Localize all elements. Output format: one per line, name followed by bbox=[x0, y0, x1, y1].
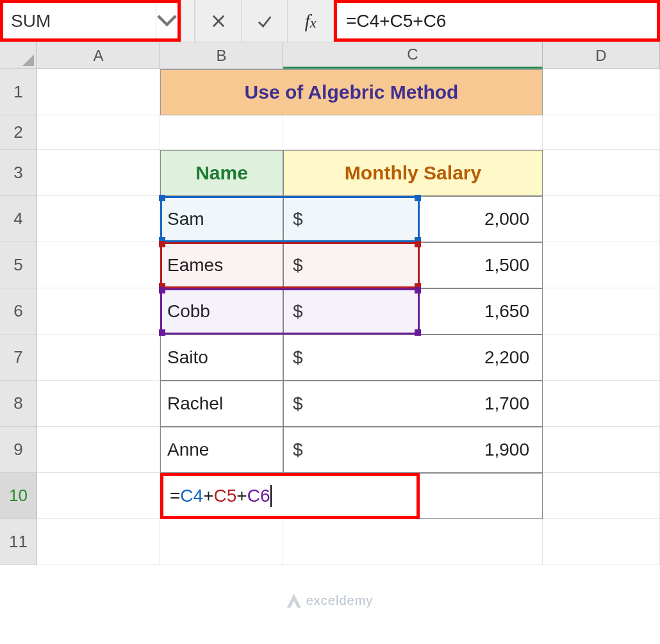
row-header-8[interactable]: 8 bbox=[0, 381, 37, 427]
formula-input[interactable]: =C4+C5+C6 bbox=[346, 11, 446, 31]
row-8: Rachel $1,700 bbox=[37, 381, 660, 427]
currency-symbol: $ bbox=[293, 440, 303, 460]
cell-d6[interactable] bbox=[543, 288, 660, 334]
cell-d9[interactable] bbox=[543, 427, 660, 473]
name-box[interactable]: SUM bbox=[3, 3, 156, 38]
row-headers: 1 2 3 4 5 6 7 8 9 10 11 bbox=[0, 69, 37, 565]
editing-cell-c10[interactable]: =C4+C5+C6 bbox=[160, 473, 420, 519]
cell-a8[interactable] bbox=[37, 381, 160, 427]
cell-name-0[interactable]: Sam bbox=[160, 196, 283, 242]
row-header-4[interactable]: 4 bbox=[0, 196, 37, 242]
cell-name-3[interactable]: Saito bbox=[160, 334, 283, 381]
enter-button[interactable] bbox=[241, 0, 287, 42]
cell-d4[interactable] bbox=[543, 196, 660, 242]
select-all-triangle[interactable] bbox=[0, 42, 37, 69]
cell-a3[interactable] bbox=[37, 150, 160, 196]
fx-icon: fx bbox=[304, 10, 316, 32]
header-name[interactable]: Name bbox=[160, 150, 283, 196]
row-4: Sam $2,000 bbox=[37, 196, 660, 242]
watermark-text: exceldemy bbox=[306, 593, 374, 608]
row-header-1[interactable]: 1 bbox=[0, 69, 37, 115]
cell-c2[interactable] bbox=[283, 115, 543, 150]
row-header-9[interactable]: 9 bbox=[0, 427, 37, 473]
cell-d3[interactable] bbox=[543, 150, 660, 196]
column-header-c[interactable]: C bbox=[283, 42, 543, 69]
salary-value: 2,000 bbox=[290, 209, 536, 229]
cell-d5[interactable] bbox=[543, 242, 660, 288]
cell-a9[interactable] bbox=[37, 427, 160, 473]
formula-ref-c4: C4 bbox=[180, 486, 203, 506]
cells-area: Use of Algebric Method Name Monthly Sala… bbox=[37, 69, 660, 565]
cell-salary-0[interactable]: $2,000 bbox=[283, 196, 543, 242]
row-5: Eames $1,500 bbox=[37, 242, 660, 288]
name-box-dropdown[interactable] bbox=[156, 3, 177, 38]
header-salary[interactable]: Monthly Salary bbox=[283, 150, 543, 196]
currency-symbol: $ bbox=[293, 301, 303, 322]
cell-salary-1[interactable]: $1,500 bbox=[283, 242, 543, 288]
text-cursor bbox=[270, 485, 272, 507]
cell-d11[interactable] bbox=[543, 519, 660, 565]
cancel-button[interactable] bbox=[195, 0, 241, 42]
cell-c11[interactable] bbox=[283, 519, 543, 565]
check-icon bbox=[256, 12, 274, 30]
cell-salary-5[interactable]: $1,900 bbox=[283, 427, 543, 473]
row-1: Use of Algebric Method bbox=[37, 69, 660, 115]
formula-plus-2: + bbox=[236, 486, 247, 506]
currency-symbol: $ bbox=[293, 255, 303, 276]
column-header-b[interactable]: B bbox=[160, 42, 283, 69]
row-header-3[interactable]: 3 bbox=[0, 150, 37, 196]
cell-a6[interactable] bbox=[37, 288, 160, 334]
cell-d2[interactable] bbox=[543, 115, 660, 150]
cell-a11[interactable] bbox=[37, 519, 160, 565]
row-header-5[interactable]: 5 bbox=[0, 242, 37, 288]
cell-d10[interactable] bbox=[543, 473, 660, 519]
grid: 1 2 3 4 5 6 7 8 9 10 11 Use of Algebric … bbox=[0, 69, 660, 565]
cell-salary-2[interactable]: $1,650 bbox=[283, 288, 543, 334]
cell-b11[interactable] bbox=[160, 519, 283, 565]
cell-d7[interactable] bbox=[543, 334, 660, 381]
salary-value: 1,700 bbox=[290, 393, 536, 414]
salary-value: 1,500 bbox=[290, 255, 536, 276]
currency-symbol: $ bbox=[293, 393, 303, 414]
formula-ref-c5: C5 bbox=[214, 486, 237, 506]
formula-bar: SUM fx =C4+C5+C6 bbox=[0, 0, 660, 42]
row-header-6[interactable]: 6 bbox=[0, 288, 37, 334]
salary-value: 1,650 bbox=[290, 301, 536, 322]
cell-name-4[interactable]: Rachel bbox=[160, 381, 283, 427]
name-box-highlight: SUM bbox=[0, 0, 181, 42]
cell-d8[interactable] bbox=[543, 381, 660, 427]
row-9: Anne $1,900 bbox=[37, 427, 660, 473]
title-cell[interactable]: Use of Algebric Method bbox=[160, 69, 543, 115]
cell-name-5[interactable]: Anne bbox=[160, 427, 283, 473]
cell-d1[interactable] bbox=[543, 69, 660, 115]
watermark: exceldemy bbox=[287, 593, 374, 608]
watermark-logo-icon bbox=[287, 594, 301, 608]
row-header-2[interactable]: 2 bbox=[0, 115, 37, 150]
column-header-d[interactable]: D bbox=[543, 42, 660, 69]
formula-input-highlight: =C4+C5+C6 bbox=[334, 0, 660, 42]
formula-plus-1: + bbox=[203, 486, 213, 506]
cell-a2[interactable] bbox=[37, 115, 160, 150]
row-header-10[interactable]: 10 bbox=[0, 473, 37, 519]
cell-salary-4[interactable]: $1,700 bbox=[283, 381, 543, 427]
cell-salary-3[interactable]: $2,200 bbox=[283, 334, 543, 381]
x-icon bbox=[210, 12, 227, 30]
cell-a1[interactable] bbox=[37, 69, 160, 115]
row-header-11[interactable]: 11 bbox=[0, 519, 37, 565]
divider bbox=[181, 0, 195, 42]
cell-b2[interactable] bbox=[160, 115, 283, 150]
cell-a7[interactable] bbox=[37, 334, 160, 381]
column-header-a[interactable]: A bbox=[37, 42, 160, 69]
insert-function-button[interactable]: fx bbox=[287, 0, 333, 42]
row-header-7[interactable]: 7 bbox=[0, 334, 37, 381]
formula-equals: = bbox=[170, 486, 180, 506]
cell-a4[interactable] bbox=[37, 196, 160, 242]
row-2 bbox=[37, 115, 660, 150]
chevron-down-icon bbox=[156, 14, 177, 28]
cell-a5[interactable] bbox=[37, 242, 160, 288]
cell-a10[interactable] bbox=[37, 473, 160, 519]
cell-name-1[interactable]: Eames bbox=[160, 242, 283, 288]
cell-name-2[interactable]: Cobb bbox=[160, 288, 283, 334]
currency-symbol: $ bbox=[293, 209, 303, 229]
column-headers: A B C D bbox=[0, 42, 660, 69]
